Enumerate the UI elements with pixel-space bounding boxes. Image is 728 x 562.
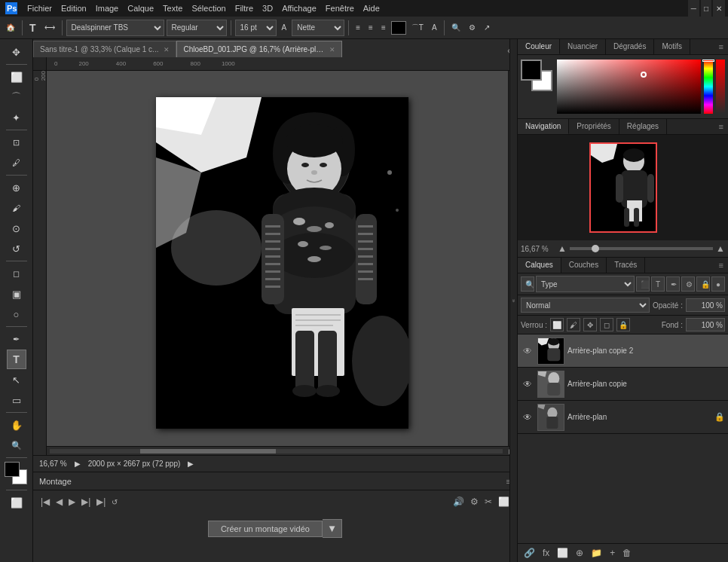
nav-preview-image[interactable] <box>589 142 657 233</box>
menu-edition[interactable]: Edition <box>57 2 91 14</box>
shape-tool[interactable]: ▭ <box>7 390 26 410</box>
color-panel-menu[interactable]: ≡ <box>714 39 728 54</box>
tab-navigation[interactable]: Navigation <box>518 119 569 134</box>
color-cursor[interactable] <box>641 72 647 78</box>
menu-fichier[interactable]: Fichier <box>23 2 57 14</box>
layer-item-3[interactable]: 👁 Arrière-plan 🔒 <box>518 401 728 434</box>
menu-affichage[interactable]: Affichage <box>277 2 321 14</box>
layer-eye-3[interactable]: 👁 <box>521 411 534 424</box>
menu-3d[interactable]: 3D <box>258 2 277 14</box>
font-family-select[interactable]: Dealspinner TBS <box>66 20 164 36</box>
foreground-color[interactable] <box>5 462 20 477</box>
tab-motifs[interactable]: Motifs <box>654 39 690 54</box>
tab-chloeBD[interactable]: ChloeBD_001.JPG @ 16,7% (Arrière-plan co… <box>176 41 342 57</box>
menu-selection[interactable]: Sélection <box>187 2 230 14</box>
quick-mask-btn[interactable]: ⬜ <box>7 493 26 512</box>
font-size-icon[interactable]: A <box>279 20 290 36</box>
brush-tool[interactable]: 🖌 <box>7 198 26 218</box>
add-fx-btn[interactable]: fx <box>540 546 552 560</box>
hand-tool[interactable]: ✋ <box>7 415 26 435</box>
marquee-tool[interactable]: ⬜ <box>7 67 26 87</box>
menu-calque[interactable]: Calque <box>123 2 158 14</box>
path-select-tool[interactable]: ↖ <box>7 370 26 389</box>
layer-item-2[interactable]: 👁 Arrière-plan copie <box>518 368 728 401</box>
menu-aide[interactable]: Aide <box>359 2 384 14</box>
go-to-end-btn[interactable]: ▶| <box>95 495 107 509</box>
go-to-start-btn[interactable]: |◀ <box>39 495 51 509</box>
clone-tool[interactable]: ⊙ <box>7 218 26 238</box>
audio-btn[interactable]: 🔊 <box>451 495 466 509</box>
crop-tool[interactable]: ⊡ <box>7 133 26 152</box>
gradient-tool[interactable]: ▣ <box>7 284 26 304</box>
menu-fenetre[interactable]: Fenêtre <box>321 2 359 14</box>
text-tool-btn[interactable]: T <box>26 20 39 36</box>
tab-close-2[interactable]: ✕ <box>329 46 335 53</box>
font-style-select[interactable]: Regular <box>167 20 227 36</box>
anti-alias-select[interactable]: Nette <box>292 20 344 36</box>
layers-panel-menu[interactable]: ≡ <box>714 258 728 273</box>
create-video-btn[interactable]: Créer un montage vidéo <box>208 521 323 537</box>
layer-icon-2[interactable]: T <box>651 276 665 292</box>
align-left-btn[interactable]: ≡ <box>353 20 363 36</box>
dodge-tool[interactable]: ○ <box>7 304 26 324</box>
lock-pixels-btn[interactable]: 🖌 <box>567 318 580 331</box>
zoom-in-btn[interactable]: ▲ <box>716 243 725 254</box>
fg-swatch[interactable] <box>521 60 542 81</box>
prev-frame-btn[interactable]: ◀ <box>54 495 64 509</box>
move-tool[interactable]: ✥ <box>7 42 26 62</box>
tab-traces[interactable]: Tracés <box>607 258 645 273</box>
layer-icon-4[interactable]: ⚙ <box>681 276 695 292</box>
add-adjustment-btn[interactable]: ⊕ <box>573 546 586 560</box>
nav-panel-menu[interactable]: ≡ <box>714 119 728 134</box>
layer-item-1[interactable]: 👁 Arrière-plan copie 2 <box>518 334 728 368</box>
alpha-bar[interactable] <box>716 60 725 114</box>
tab-nuancier[interactable]: Nuancier <box>560 39 606 54</box>
h-scrollbar[interactable]: ▶ <box>47 446 517 455</box>
lock-all-btn[interactable]: 🔒 <box>616 318 630 331</box>
tab-couleur[interactable]: Couleur <box>518 39 560 54</box>
healing-tool[interactable]: ⊕ <box>7 178 26 197</box>
warp-text-btn[interactable]: ⌒T <box>408 20 427 36</box>
tab-calques[interactable]: Calques <box>518 258 561 273</box>
menu-image[interactable]: Image <box>91 2 124 14</box>
color-picker-btn[interactable] <box>391 21 406 35</box>
search-btn[interactable]: 🔍 <box>448 20 463 36</box>
home-btn[interactable]: 🏠 <box>3 20 18 36</box>
layer-type-select[interactable]: Type <box>536 276 635 292</box>
char-panel-btn[interactable]: A <box>429 20 440 36</box>
tab-close-1[interactable]: ✕ <box>164 46 170 53</box>
eyedropper-tool[interactable]: 🖋 <box>7 153 26 173</box>
hue-bar[interactable] <box>704 60 713 114</box>
eraser-tool[interactable]: ◻ <box>7 264 26 283</box>
next-frame-btn[interactable]: ▶| <box>80 495 92 509</box>
create-video-arrow[interactable]: ▼ <box>323 519 342 538</box>
color-gradient-area[interactable] <box>557 60 701 114</box>
zoom-tool[interactable]: 🔍 <box>7 435 26 455</box>
font-size-select[interactable]: 16 pt <box>235 20 277 36</box>
layer-icon-3[interactable]: ✒ <box>666 276 680 292</box>
align-right-btn[interactable]: ≡ <box>378 20 389 36</box>
color-swatches-panel[interactable] <box>521 60 554 93</box>
play-btn[interactable]: ▶ <box>67 495 77 509</box>
layer-eye-1[interactable]: 👁 <box>521 344 534 358</box>
add-group-btn[interactable]: 📁 <box>588 546 605 560</box>
fill-input[interactable] <box>686 318 725 331</box>
share-btn[interactable]: ↗ <box>481 20 493 36</box>
text-orientation-btn[interactable]: ⟷ <box>41 20 58 36</box>
menu-filtre[interactable]: Filtre <box>231 2 258 14</box>
add-layer-btn[interactable]: + <box>607 546 618 560</box>
blend-mode-select[interactable]: Normal <box>521 298 650 313</box>
search-layer-btn[interactable]: 🔍 <box>521 276 534 292</box>
layer-eye-2[interactable]: 👁 <box>521 377 534 391</box>
extra-btn[interactable]: ⚙ <box>466 20 479 36</box>
layer-icon-1[interactable]: ⬛ <box>636 276 650 292</box>
zoom-out-btn[interactable]: ▲ <box>558 243 567 254</box>
tab-sans-titre[interactable]: Sans titre-1 @ 33,3% (Calque 1 c... ✕ <box>33 41 176 57</box>
opacity-input[interactable] <box>686 298 725 312</box>
settings-btn[interactable]: ⚙ <box>469 495 480 509</box>
lock-position-btn[interactable]: ✥ <box>583 318 597 331</box>
close-btn[interactable]: ✕ <box>713 0 725 17</box>
layer-icon-6[interactable]: ● <box>711 276 725 292</box>
lock-artboard-btn[interactable]: ◻ <box>600 318 613 331</box>
split-btn[interactable]: ✂ <box>483 495 494 509</box>
